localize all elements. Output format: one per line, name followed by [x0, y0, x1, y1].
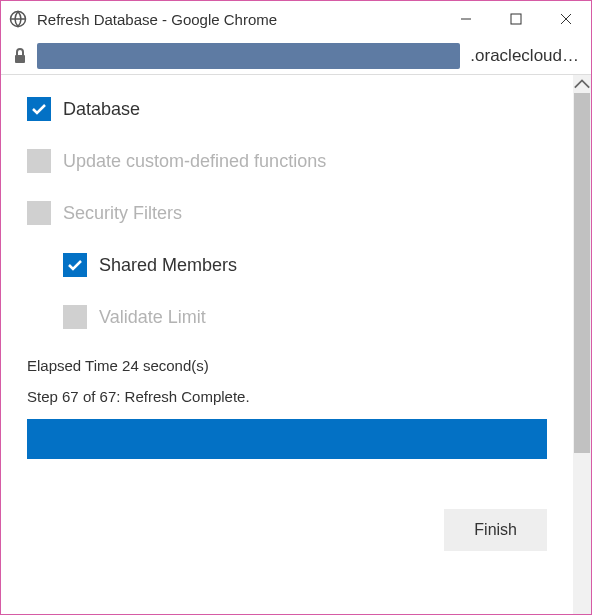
url-text: .oraclecloud… [470, 46, 579, 66]
window-title: Refresh Database - Google Chrome [37, 11, 441, 28]
checkbox-label: Update custom-defined functions [63, 151, 326, 172]
address-bar: .oraclecloud… [1, 37, 591, 75]
checkbox-security-filters [27, 201, 51, 225]
checkbox-row-validate-limit: Validate Limit [27, 305, 547, 329]
dialog-body: Database Update custom-defined functions… [1, 75, 573, 569]
vertical-scrollbar[interactable] [573, 75, 591, 615]
svg-rect-5 [15, 55, 25, 63]
dialog-footer: Finish [27, 509, 547, 551]
scroll-up-icon[interactable] [573, 75, 591, 93]
step-status-text: Step 67 of 67: Refresh Complete. [27, 388, 547, 405]
checkbox-update-functions [27, 149, 51, 173]
checkbox-shared-members[interactable] [63, 253, 87, 277]
globe-icon [9, 10, 27, 28]
checkbox-row-security-filters: Security Filters [27, 201, 547, 225]
checkbox-row-shared-members[interactable]: Shared Members [27, 253, 547, 277]
finish-button[interactable]: Finish [444, 509, 547, 551]
checkbox-label: Database [63, 99, 140, 120]
close-button[interactable] [541, 1, 591, 37]
checkbox-label: Security Filters [63, 203, 182, 224]
checkbox-database[interactable] [27, 97, 51, 121]
progress-bar [27, 419, 547, 459]
checkbox-label: Shared Members [99, 255, 237, 276]
check-icon [67, 257, 83, 273]
window-controls [441, 1, 591, 37]
check-icon [31, 101, 47, 117]
scrollbar-thumb[interactable] [574, 93, 590, 453]
svg-rect-2 [511, 14, 521, 24]
checkbox-validate-limit [63, 305, 87, 329]
checkbox-label: Validate Limit [99, 307, 206, 328]
lock-icon [13, 48, 27, 64]
minimize-button[interactable] [441, 1, 491, 37]
elapsed-time-text: Elapsed Time 24 second(s) [27, 357, 547, 374]
checkbox-row-database[interactable]: Database [27, 97, 547, 121]
maximize-button[interactable] [491, 1, 541, 37]
window-titlebar: Refresh Database - Google Chrome [1, 1, 591, 37]
url-input[interactable] [37, 43, 460, 69]
checkbox-row-update-functions: Update custom-defined functions [27, 149, 547, 173]
